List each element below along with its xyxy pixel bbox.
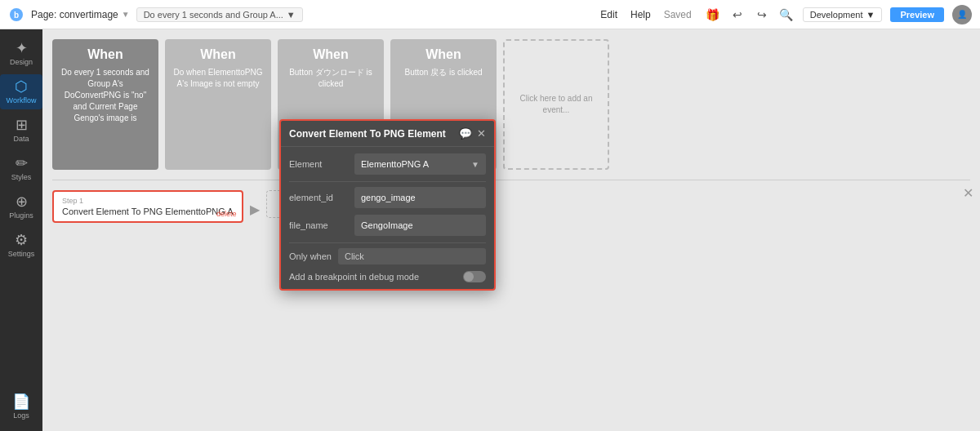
when-label-4: When (425, 47, 461, 62)
when-label-3: When (313, 47, 349, 62)
actions-area: Step 1 Convert Element To PNG ElementtoP… (42, 184, 980, 229)
element-chevron-icon: ▼ (471, 160, 479, 169)
page-chevron-icon: ▼ (122, 10, 130, 19)
styles-label: Styles (11, 173, 32, 181)
modal-divider-1 (289, 181, 486, 182)
modal-convert-element: Convert Element To PNG Element 💬 ✕ Eleme… (279, 119, 496, 291)
element-id-input[interactable]: gengo_image (354, 187, 486, 208)
when-label-2: When (200, 47, 236, 62)
topbar: b Page: convertimage ▼ Do every 1 second… (0, 0, 980, 29)
close-actions-icon[interactable]: ✕ (963, 185, 973, 201)
plugins-icon: ⊕ (16, 194, 28, 209)
schedule-selector[interactable]: Do every 1 seconds and Group A... ▼ (136, 7, 303, 22)
data-icon: ⊞ (16, 118, 28, 132)
settings-label: Settings (8, 250, 35, 258)
schedule-chevron-icon: ▼ (287, 10, 296, 20)
dev-chevron-icon: ▼ (866, 10, 875, 20)
dev-selector[interactable]: Development ▼ (803, 7, 883, 22)
modal-header-icons: 💬 ✕ (459, 127, 486, 140)
event-card-2[interactable]: When Do when ElementtoPNG A's Image is n… (165, 39, 271, 170)
search-icon[interactable]: 🔍 (778, 7, 795, 23)
redo-icon[interactable]: ↪ (754, 7, 770, 23)
only-when-field: Only when Click (289, 248, 486, 264)
styles-icon: ✏ (16, 156, 28, 171)
sidebar-item-workflow[interactable]: ⬡ Workflow (0, 74, 42, 109)
only-when-label: Only when (289, 251, 332, 261)
element-dropdown[interactable]: ElementtoPNG A ▼ (354, 153, 486, 175)
dev-label: Development (810, 10, 863, 20)
file-name-field: file_name GengoImage (289, 215, 486, 236)
file-name-label: file_name (289, 220, 354, 230)
schedule-text: Do every 1 seconds and Group A... (144, 10, 283, 20)
breakpoint-toggle[interactable] (463, 271, 486, 282)
events-row: When Do every 1 seconds and Group A's Do… (42, 29, 980, 176)
add-event-card[interactable]: Click here to add an event... (503, 39, 609, 170)
modal-divider-2 (289, 242, 486, 243)
event-card-1[interactable]: When Do every 1 seconds and Group A's Do… (52, 39, 158, 170)
when-label-1: When (87, 47, 123, 62)
step-label: Step 1 (62, 197, 234, 205)
event-detail-4: Button 戻る is clicked (404, 67, 482, 78)
sidebar: ✦ Design ⬡ Workflow ⊞ Data ✏ Styles ⊕ Pl… (0, 29, 42, 431)
event-detail-3: Button ダウンロード is clicked (284, 67, 377, 90)
sidebar-item-styles[interactable]: ✏ Styles (0, 151, 42, 186)
modal-close-icon[interactable]: ✕ (477, 127, 486, 140)
edit-menu[interactable]: Edit (600, 9, 617, 20)
modal-body: Element ElementtoPNG A ▼ element_id geng… (281, 147, 494, 289)
only-when-input[interactable]: Click (338, 248, 486, 264)
modal-header: Convert Element To PNG Element 💬 ✕ (281, 121, 494, 147)
settings-icon: ⚙ (15, 233, 28, 247)
avatar[interactable]: 👤 (952, 5, 972, 24)
breakpoint-field: Add a breakpoint in debug mode (289, 271, 486, 282)
canvas: When Do every 1 seconds and Group A's Do… (42, 29, 980, 431)
design-label: Design (10, 58, 33, 66)
main-layout: ✦ Design ⬡ Workflow ⊞ Data ✏ Styles ⊕ Pl… (0, 29, 980, 431)
element-id-field: element_id gengo_image (289, 187, 486, 208)
logs-label: Logs (13, 411, 29, 420)
element-id-value: gengo_image (361, 193, 416, 202)
event-detail-1: Do every 1 seconds and Group A's DoConve… (59, 67, 152, 124)
element-value: ElementtoPNG A (361, 159, 429, 169)
topbar-right: 🎁 ↩ ↪ 🔍 Development ▼ Preview 👤 (705, 5, 972, 24)
delete-action-button[interactable]: delete (216, 210, 237, 218)
element-id-label: element_id (289, 193, 354, 202)
page-name-text: Page: convertimage (31, 9, 118, 20)
action-card-1[interactable]: Step 1 Convert Element To PNG ElementtoP… (52, 190, 243, 223)
event-detail-2: Do when ElementtoPNG A's Image is not em… (172, 67, 265, 90)
sidebar-item-logs[interactable]: 📄 Logs (9, 389, 33, 424)
page-name[interactable]: Page: convertimage ▼ (31, 9, 130, 20)
logs-icon: 📄 (12, 394, 30, 409)
file-name-input[interactable]: GengoImage (354, 215, 486, 236)
only-when-value: Click (345, 251, 364, 261)
breakpoint-label: Add a breakpoint in debug mode (289, 272, 419, 282)
modal-title: Convert Element To PNG Element (289, 128, 446, 140)
comment-icon[interactable]: 💬 (459, 127, 472, 140)
help-menu[interactable]: Help (630, 9, 651, 20)
preview-button[interactable]: Preview (890, 7, 944, 22)
saved-status: Saved (664, 9, 692, 20)
sidebar-item-settings[interactable]: ⚙ Settings (0, 228, 42, 263)
workflow-icon: ⬡ (15, 79, 28, 94)
element-label: Element (289, 159, 354, 169)
plugins-label: Plugins (9, 211, 33, 220)
gift-icon[interactable]: 🎁 (705, 7, 721, 23)
sidebar-item-plugins[interactable]: ⊕ Plugins (0, 189, 42, 224)
element-field: Element ElementtoPNG A ▼ (289, 153, 486, 175)
top-menu: Edit Help Saved (600, 9, 691, 20)
file-name-value: GengoImage (361, 220, 413, 230)
undo-icon[interactable]: ↩ (729, 7, 746, 23)
workflow-label: Workflow (7, 96, 37, 104)
action-arrow: ▶ (250, 190, 260, 217)
action-title: Convert Element To PNG ElementtoPNG A (62, 207, 234, 216)
sidebar-item-data[interactable]: ⊞ Data (0, 113, 42, 148)
data-label: Data (13, 135, 29, 143)
sidebar-item-design[interactable]: ✦ Design (0, 36, 42, 71)
svg-text:b: b (14, 11, 19, 20)
add-event-text: Click here to add an event... (511, 93, 601, 116)
app-logo: b (8, 7, 24, 23)
design-icon: ✦ (16, 41, 28, 56)
